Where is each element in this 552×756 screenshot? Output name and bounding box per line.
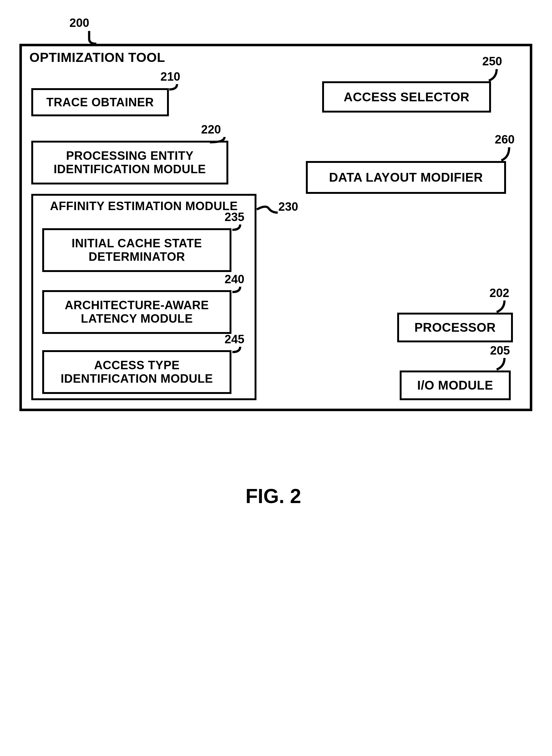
ref-num-245: 245 <box>225 333 244 346</box>
leader-210 <box>168 83 184 93</box>
leader-240 <box>232 286 247 295</box>
access-type-box: ACCESS TYPEIDENTIFICATION MODULE <box>42 350 232 394</box>
trace-obtainer-label: TRACE OBTAINER <box>46 96 154 109</box>
io-module-label: I/O MODULE <box>417 378 493 393</box>
processor-label: PROCESSOR <box>414 320 496 334</box>
leader-245 <box>232 346 247 354</box>
ref-num-250: 250 <box>482 55 502 68</box>
leader-230 <box>256 206 281 219</box>
access-selector-label: ACCESS SELECTOR <box>344 90 469 104</box>
arch-latency-label: ARCHITECTURE-AWARELATENCY MODULE <box>65 299 209 325</box>
leader-220 <box>209 136 231 145</box>
leader-250 <box>488 68 505 84</box>
io-module-box: I/O MODULE <box>400 370 511 400</box>
ref-num-200: 200 <box>70 16 89 30</box>
ref-num-260: 260 <box>495 133 515 146</box>
ref-num-235: 235 <box>225 210 244 224</box>
ref-num-205: 205 <box>490 344 510 357</box>
processor-box: PROCESSOR <box>397 313 513 342</box>
data-layout-label: DATA LAYOUT MODIFIER <box>329 170 483 184</box>
leader-200 <box>88 30 106 46</box>
ref-num-240: 240 <box>225 273 244 286</box>
data-layout-box: DATA LAYOUT MODIFIER <box>306 161 506 194</box>
processing-entity-box: PROCESSING ENTITYIDENTIFICATION MODULE <box>31 141 228 184</box>
arch-latency-box: ARCHITECTURE-AWARELATENCY MODULE <box>42 290 232 334</box>
access-selector-box: ACCESS SELECTOR <box>322 81 491 113</box>
leader-202 <box>496 300 513 315</box>
ref-num-210: 210 <box>160 70 180 84</box>
cache-state-box: INITIAL CACHE STATEDETERMINATOR <box>42 228 232 272</box>
ref-num-202: 202 <box>490 286 509 300</box>
outer-title: OPTIMIZATION TOOL <box>29 50 165 65</box>
access-type-label: ACCESS TYPEIDENTIFICATION MODULE <box>61 358 213 385</box>
processing-entity-label: PROCESSING ENTITYIDENTIFICATION MODULE <box>54 149 206 176</box>
figure-caption: FIG. 2 <box>246 485 301 508</box>
ref-num-220: 220 <box>201 123 221 136</box>
leader-235 <box>232 223 247 232</box>
cache-state-label: INITIAL CACHE STATEDETERMINATOR <box>72 237 202 263</box>
leader-260 <box>501 146 518 163</box>
ref-num-230: 230 <box>278 200 298 213</box>
affinity-estimation-title: AFFINITY ESTIMATION MODULE <box>33 199 255 213</box>
diagram-canvas: FIG. 2 200 OPTIMIZATION TOOL TRACE OBTAI… <box>0 0 552 756</box>
leader-205 <box>496 357 513 373</box>
trace-obtainer-box: TRACE OBTAINER <box>31 88 169 116</box>
